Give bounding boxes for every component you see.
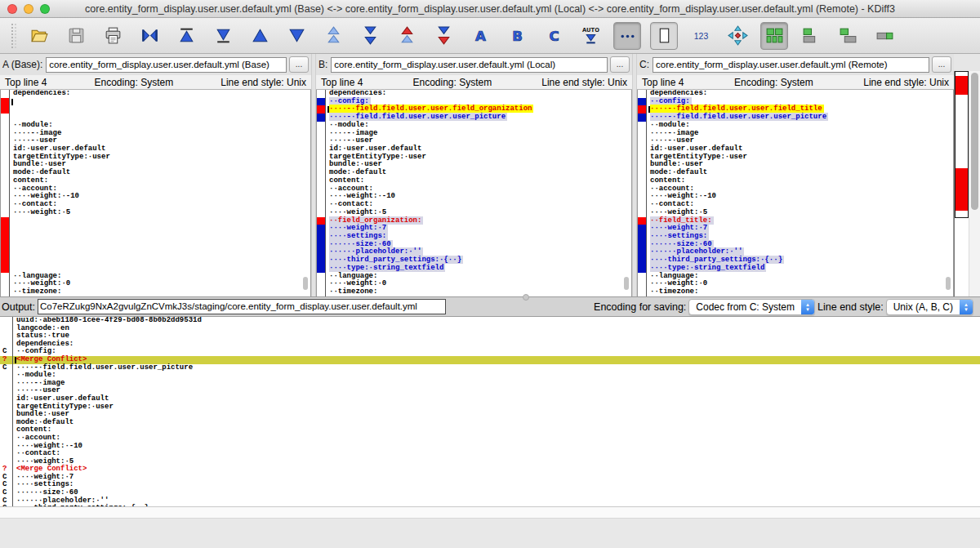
view-layout-top-button[interactable] <box>797 22 825 50</box>
encoding-select[interactable]: Codec from C: System ▲▼ <box>688 299 815 315</box>
merge-output-line[interactable]: ?<Merge Conflict> <box>0 466 980 474</box>
view-layout-mid-button[interactable] <box>834 22 862 50</box>
merge-output-line[interactable]: uuid:·abeb1180-1cee-4f29-bd08-8b0b2dd953… <box>0 317 980 325</box>
split-section-button[interactable] <box>724 22 751 50</box>
go-current-delta-button[interactable] <box>136 22 163 50</box>
pane-scroll-indicator[interactable] <box>303 277 308 290</box>
browse-button-b[interactable]: ... <box>610 56 630 73</box>
save-button[interactable] <box>62 22 90 50</box>
go-last-delta-button[interactable] <box>209 22 237 50</box>
code-line[interactable] <box>1 105 310 114</box>
scrollbar-thumb[interactable] <box>971 73 978 210</box>
merge-output-line[interactable]: ··contact: <box>0 450 980 458</box>
select-line-a-button[interactable]: A <box>466 22 494 50</box>
code-line[interactable] <box>1 233 310 241</box>
merge-output-line[interactable]: langcode:·en <box>0 325 980 333</box>
code-line-text: ····-·field.field.user.user.field_organi… <box>329 105 533 113</box>
code-line-text: ····weight:·5 <box>13 208 72 216</box>
auto-advance-button[interactable]: AUTO <box>577 22 604 50</box>
select-line-b-button[interactable]: B <box>503 22 531 50</box>
merge-output-line[interactable]: C····settings: <box>0 481 980 489</box>
merge-output-line-text: ··module: <box>16 371 58 379</box>
merge-output-line[interactable]: dependencies: <box>0 341 980 349</box>
merge-output-line[interactable]: ··account: <box>0 434 980 443</box>
print-button[interactable] <box>99 22 127 50</box>
pane-scroll-indicator[interactable] <box>946 277 951 290</box>
merge-output-line-text: uuid:·abeb1180-1cee-4f29-bd08-8b0b2dd953… <box>16 317 203 324</box>
show-whitespace-button[interactable] <box>613 22 641 50</box>
horizontal-scrollbar-track[interactable] <box>0 507 980 519</box>
line-end-select[interactable]: Unix (A, B, C) ▲▼ <box>886 299 973 315</box>
output-path-field[interactable]: Co7eRZukg9NxA2gvulgZnCVmkJ3s/staging/cor… <box>38 299 446 314</box>
splitter-handle[interactable] <box>523 294 529 301</box>
go-prev-conflict-button[interactable] <box>319 22 347 50</box>
go-prev-unsolved-conflict-button[interactable] <box>393 22 421 50</box>
file-path-field-c[interactable]: core.entity_form_display.user.user.defau… <box>653 57 929 73</box>
merge-output-line[interactable]: C····third_party_settings:·{··} <box>0 505 980 507</box>
code-line[interactable] <box>1 98 310 106</box>
merge-output-line[interactable]: C······size:·60 <box>0 489 980 497</box>
diff-text-c[interactable]: dependencies:··config:····-·field.field.… <box>637 90 954 296</box>
top-line-indicator: Top line 4 <box>642 77 684 88</box>
merge-output-line[interactable]: ····-·user <box>0 387 980 395</box>
merge-output-line[interactable]: id:·user.user.default <box>0 395 980 403</box>
file-path-field-a[interactable]: core.entity_form_display.user.user.defau… <box>46 57 287 73</box>
vertical-scrollbar[interactable] <box>969 71 980 296</box>
code-line[interactable]: ··timezone: <box>317 288 631 296</box>
show-line-numbers-button[interactable]: 123 <box>687 22 715 50</box>
merge-output-line[interactable]: C····-·field.field.user.user.user_pictur… <box>0 364 980 372</box>
diff-marker-blue <box>317 98 325 106</box>
go-next-delta-button[interactable] <box>283 22 310 50</box>
go-next-conflict-button[interactable] <box>356 22 384 50</box>
merge-output-editor[interactable]: uuid:·abeb1180-1cee-4f29-bd08-8b0b2dd953… <box>0 317 980 507</box>
diff-text-b[interactable]: dependencies:··config:····-·field.field.… <box>316 90 632 296</box>
code-line[interactable]: ····weight:·5 <box>1 209 310 217</box>
print-icon <box>103 25 123 46</box>
merge-output-line[interactable]: C····weight:·7 <box>0 474 980 482</box>
code-line[interactable]: ··timezone: <box>638 288 953 296</box>
code-line[interactable] <box>1 256 310 265</box>
select-arrows-icon: ▲▼ <box>801 300 814 314</box>
diff-text-a[interactable]: dependencies:··module:····-·image····-·u… <box>0 90 311 296</box>
merge-output-line[interactable]: content: <box>0 426 980 434</box>
pane-scroll-indicator[interactable] <box>624 277 629 290</box>
code-line-text: ····weight:·0 <box>13 279 72 287</box>
code-line[interactable] <box>1 225 310 233</box>
merge-output-line[interactable]: ····weight:·5 <box>0 458 980 466</box>
file-header-b: B:core.entity_form_display.user.user.def… <box>316 54 632 75</box>
browse-button-c[interactable]: ... <box>932 56 951 73</box>
view-layout-full-button[interactable] <box>760 22 788 50</box>
view-layout-bar-button[interactable] <box>871 22 898 50</box>
merge-output-line[interactable]: status:·true <box>0 332 980 341</box>
code-line-text: ··config: <box>329 97 371 105</box>
go-next-unsolved-conflict-button[interactable] <box>430 22 457 50</box>
code-line[interactable]: ··timezone: <box>1 288 310 296</box>
open-file-button[interactable] <box>25 22 53 50</box>
merge-output-line[interactable]: C··config: <box>0 348 980 356</box>
merge-output-line[interactable]: mode:·default <box>0 419 980 427</box>
goto-prev-delta-icon <box>250 25 270 46</box>
pane-c: C:core.entity_form_display.user.user.def… <box>637 54 954 296</box>
go-first-delta-button[interactable] <box>172 22 200 50</box>
merge-output-line[interactable]: ····-·image <box>0 380 980 388</box>
select-line-c-button[interactable]: C <box>540 22 568 50</box>
show-whitespace-characters-button[interactable] <box>650 22 678 50</box>
diff-marker-red <box>1 105 9 114</box>
file-path-field-b[interactable]: core.entity_form_display.user.user.defau… <box>331 57 608 73</box>
go-prev-delta-button[interactable] <box>246 22 274 50</box>
code-line[interactable] <box>1 248 310 256</box>
merge-output-line[interactable]: targetEntityType:·user <box>0 403 980 412</box>
toolbar-grip-icon[interactable] <box>11 24 16 48</box>
code-line[interactable] <box>1 241 310 249</box>
overview-column[interactable] <box>954 71 969 296</box>
line-end-indicator: Line end style: Unix <box>863 77 949 88</box>
merge-output-line[interactable]: bundle:·user <box>0 411 980 419</box>
browse-button-a[interactable]: ... <box>289 56 309 73</box>
code-line[interactable] <box>1 217 310 225</box>
code-line-text: ··field_title: <box>650 216 714 225</box>
code-line[interactable]: dependencies: <box>1 90 310 98</box>
code-line-text: content: <box>13 176 50 185</box>
merge-output-line[interactable]: ····weight:·-10 <box>0 443 980 451</box>
merge-output-line[interactable]: ··module: <box>0 372 980 380</box>
merge-output-line-text: mode:·default <box>16 418 75 426</box>
